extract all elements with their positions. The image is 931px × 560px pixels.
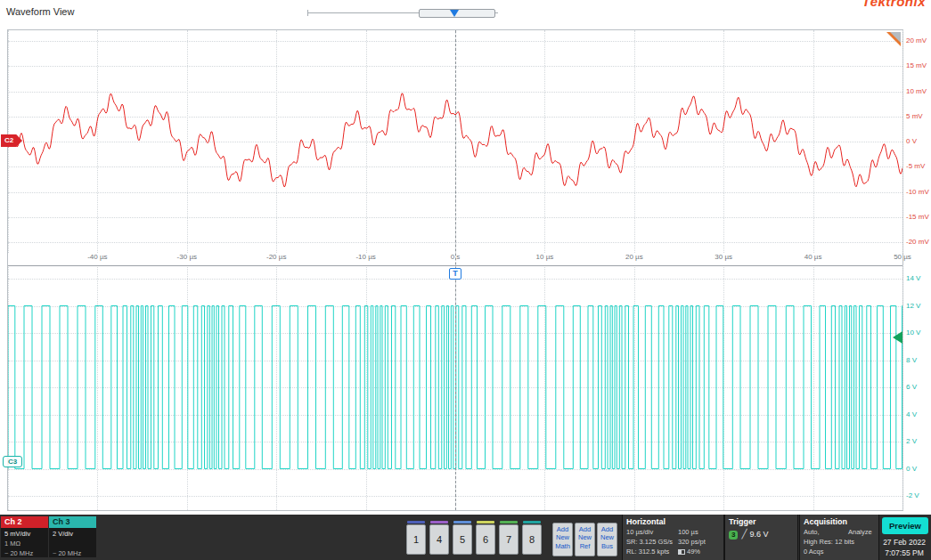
channel-button-5[interactable]: 5: [453, 524, 472, 555]
horizontal-scale: 10 µs/div: [626, 528, 653, 536]
channel-button-1[interactable]: 1: [406, 524, 426, 555]
ch2-axis-label: 0 V: [906, 137, 917, 145]
ch3-badge-header: Ch 3: [49, 516, 96, 528]
ch2-bandwidth-row: ~20 MHz: [1, 548, 48, 557]
date-label: 27 Feb 2022: [879, 538, 929, 547]
gridline-vertical: [902, 30, 903, 253]
ch3-axis-label: 10 V: [906, 329, 920, 337]
time-axis-label: 40 µs: [804, 253, 822, 261]
ch2-axis-label: 15 mV: [906, 61, 927, 69]
status-bar: Ch 2 5 mV/div 1 MΩ ~20 MHz Ch 3 2 V/div …: [0, 515, 931, 560]
ch2-axis-label: 20 mV: [906, 37, 927, 45]
channel-color-chip: [523, 521, 541, 523]
waveform-graticule[interactable]: -40 µs-30 µs-20 µs-10 µs0 s10 µs20 µs30 …: [7, 29, 903, 511]
preview-button[interactable]: Preview: [882, 517, 928, 534]
ch3-axis-label: -2 V: [906, 491, 919, 499]
tektronix-logo: Tektronix: [862, 0, 926, 9]
horizontal-row-1: 10 µs/div 100 µs: [626, 528, 722, 536]
ch3-reference-marker[interactable]: C3: [3, 456, 22, 467]
ch2-badge[interactable]: Ch 2 5 mV/div 1 MΩ ~20 MHz: [1, 516, 48, 557]
ch3-bandwidth: 20 MHz: [58, 549, 81, 557]
ch2-axis-label: -15 mV: [906, 212, 929, 220]
trigger-panel[interactable]: Trigger 3╱9.6 V: [724, 515, 798, 560]
ch2-impedance: 1 MΩ: [1, 538, 48, 548]
ch3-axis-label: 0 V: [906, 464, 917, 472]
ch2-axis-label: 5 mV: [906, 111, 923, 119]
ch3-axis-label: 6 V: [906, 383, 917, 391]
horizontal-record-length: RL: 312.5 kpts: [626, 548, 669, 556]
acquisition-analyze: Analyze: [848, 528, 872, 536]
horizontal-position-wrap: 49%: [678, 548, 700, 556]
trigger-level-marker[interactable]: [893, 331, 902, 344]
channel-button-8[interactable]: 8: [522, 524, 542, 555]
ch3-bandwidth-row: ~20 MHz: [49, 548, 96, 557]
channel-button-4[interactable]: 4: [429, 524, 449, 555]
add-new-bus-button[interactable]: AddNewBus: [597, 523, 617, 556]
time-label: 7:07:55 PM: [879, 548, 929, 557]
acquisition-title: Acquisition: [804, 517, 847, 526]
time-axis-label: -30 µs: [177, 253, 197, 261]
ch3-badge[interactable]: Ch 3 2 V/div ~20 MHz: [49, 516, 96, 557]
horizontal-window: 100 µs: [678, 528, 698, 536]
horizontal-panel[interactable]: Horizontal 10 µs/div 100 µs SR: 3.125 GS…: [622, 515, 724, 560]
rising-edge-icon: ╱: [741, 529, 747, 539]
acquisition-row-2: High Res: 12 bits: [804, 538, 877, 546]
ch2-axis-label: 10 mV: [906, 86, 927, 94]
trigger-position-marker-icon[interactable]: [450, 10, 459, 17]
add-new-math-button[interactable]: AddNewMath: [552, 523, 573, 556]
horizontal-row-2: SR: 3.125 GS/s 320 ps/pt: [626, 538, 722, 546]
acquisition-mode: Auto,: [804, 528, 820, 536]
horizontal-position-icon: [678, 549, 685, 555]
ch3-axis-label: 14 V: [906, 274, 920, 282]
ch3-axis-labels: 14 V12 V10 V8 V6 V4 V2 V0 V-2 V: [905, 264, 931, 509]
time-axis-label: -40 µs: [87, 253, 107, 261]
time-axis-label: 20 µs: [625, 253, 643, 261]
time-axis-label: 10 µs: [536, 253, 554, 261]
ch2-scale: 5 mV/div: [1, 528, 48, 538]
time-axis-label: 50 µs: [894, 253, 911, 261]
acquisition-count: 0 Acqs: [804, 548, 824, 556]
gridline-vertical: [902, 265, 903, 510]
ch3-axis-label: 4 V: [906, 410, 917, 418]
trigger-title: Trigger: [729, 517, 756, 526]
view-title: Waveform View: [6, 6, 74, 17]
acquisition-row-1: Auto, Analyze: [804, 528, 877, 536]
ch3-axis-label: 8 V: [906, 355, 917, 363]
add-new-buttons: AddNewMathAddNewRefAddNewBus: [552, 520, 624, 557]
ch3-scale: 2 V/div: [49, 528, 96, 538]
channel-color-chip: [407, 521, 425, 523]
add-new-ref-button[interactable]: AddNewRef: [575, 523, 595, 556]
sine-icon: ~: [4, 549, 8, 557]
horizontal-row-3: RL: 312.5 kpts 49%: [626, 548, 722, 556]
trigger-source-badge: 3: [729, 531, 738, 540]
acquisition-row-3: 0 Acqs: [804, 548, 877, 556]
ch2-axis-label: -10 mV: [906, 187, 929, 195]
ch2-badge-header: Ch 2: [1, 516, 48, 528]
sine-icon: ~: [53, 549, 56, 557]
ch2-axis-label: -20 mV: [906, 238, 929, 246]
trigger-level: 9.6 V: [749, 530, 768, 539]
channel-color-chip: [477, 521, 494, 523]
trigger-time-badge[interactable]: T: [449, 268, 461, 280]
ch3-axis-label: 12 V: [906, 301, 920, 309]
channel-color-chip: [430, 521, 448, 523]
ch3-impedance: [49, 538, 96, 548]
channel-color-chip: [453, 521, 471, 523]
horizontal-resolution: 320 ps/pt: [678, 538, 706, 546]
channel-button-7[interactable]: 7: [499, 524, 519, 555]
ch3-axis-label: 2 V: [906, 437, 917, 445]
horizontal-position: 49%: [687, 548, 700, 556]
ch2-axis-label: -5 mV: [906, 162, 925, 170]
ch2-axis-labels: 20 mV15 mV10 mV5 mV0 V-5 mV-10 mV-15 mV-…: [905, 29, 931, 252]
channel-buttons: 145678: [406, 520, 549, 557]
horizontal-title: Horizontal: [626, 517, 666, 526]
record-view-minimap[interactable]: [307, 7, 502, 20]
ch2-bandwidth: 20 MHz: [10, 549, 33, 557]
channel-button-6[interactable]: 6: [476, 524, 495, 555]
time-axis-label: -10 µs: [355, 253, 375, 261]
acquisition-panel[interactable]: Acquisition Auto, Analyze High Res: 12 b…: [799, 515, 879, 560]
time-axis-label: 30 µs: [715, 253, 732, 261]
channel-color-chip: [500, 521, 518, 523]
acquisition-detail: High Res: 12 bits: [804, 538, 854, 546]
horizontal-sample-rate: SR: 3.125 GS/s: [626, 538, 673, 546]
